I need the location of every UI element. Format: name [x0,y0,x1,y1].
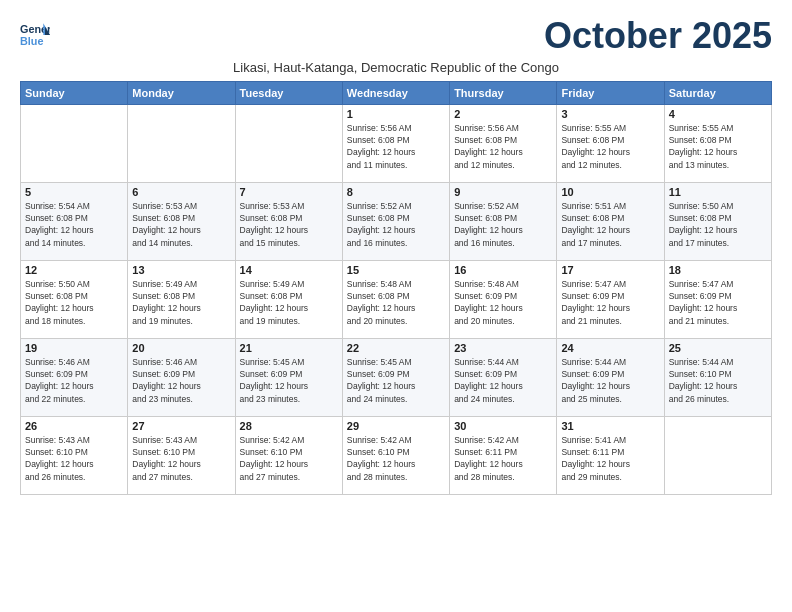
day-detail: Sunrise: 5:53 AM Sunset: 6:08 PM Dayligh… [132,200,230,249]
day-cell: 16Sunrise: 5:48 AM Sunset: 6:09 PM Dayli… [450,260,557,338]
day-detail: Sunrise: 5:49 AM Sunset: 6:08 PM Dayligh… [240,278,338,327]
day-cell: 17Sunrise: 5:47 AM Sunset: 6:09 PM Dayli… [557,260,664,338]
day-cell: 14Sunrise: 5:49 AM Sunset: 6:08 PM Dayli… [235,260,342,338]
col-saturday: Saturday [664,81,771,104]
day-number: 25 [669,342,767,354]
day-cell: 12Sunrise: 5:50 AM Sunset: 6:08 PM Dayli… [21,260,128,338]
day-cell: 24Sunrise: 5:44 AM Sunset: 6:09 PM Dayli… [557,338,664,416]
day-number: 2 [454,108,552,120]
day-number: 28 [240,420,338,432]
day-number: 19 [25,342,123,354]
week-row-2: 5Sunrise: 5:54 AM Sunset: 6:08 PM Daylig… [21,182,772,260]
day-cell [664,416,771,494]
day-number: 10 [561,186,659,198]
day-detail: Sunrise: 5:45 AM Sunset: 6:09 PM Dayligh… [240,356,338,405]
week-row-4: 19Sunrise: 5:46 AM Sunset: 6:09 PM Dayli… [21,338,772,416]
day-cell: 3Sunrise: 5:55 AM Sunset: 6:08 PM Daylig… [557,104,664,182]
col-sunday: Sunday [21,81,128,104]
day-cell: 19Sunrise: 5:46 AM Sunset: 6:09 PM Dayli… [21,338,128,416]
day-number: 20 [132,342,230,354]
day-detail: Sunrise: 5:44 AM Sunset: 6:09 PM Dayligh… [454,356,552,405]
calendar-table: Sunday Monday Tuesday Wednesday Thursday… [20,81,772,495]
col-monday: Monday [128,81,235,104]
day-number: 23 [454,342,552,354]
day-detail: Sunrise: 5:48 AM Sunset: 6:09 PM Dayligh… [454,278,552,327]
day-cell: 7Sunrise: 5:53 AM Sunset: 6:08 PM Daylig… [235,182,342,260]
day-cell: 30Sunrise: 5:42 AM Sunset: 6:11 PM Dayli… [450,416,557,494]
day-number: 12 [25,264,123,276]
day-detail: Sunrise: 5:49 AM Sunset: 6:08 PM Dayligh… [132,278,230,327]
day-detail: Sunrise: 5:44 AM Sunset: 6:10 PM Dayligh… [669,356,767,405]
month-title: October 2025 [544,16,772,56]
day-number: 15 [347,264,445,276]
title-block: October 2025 [544,16,772,56]
day-cell: 13Sunrise: 5:49 AM Sunset: 6:08 PM Dayli… [128,260,235,338]
day-number: 18 [669,264,767,276]
day-detail: Sunrise: 5:43 AM Sunset: 6:10 PM Dayligh… [132,434,230,483]
day-number: 22 [347,342,445,354]
day-detail: Sunrise: 5:42 AM Sunset: 6:10 PM Dayligh… [240,434,338,483]
day-number: 1 [347,108,445,120]
page: General Blue October 2025 Likasi, Haut-K… [0,0,792,612]
day-number: 9 [454,186,552,198]
day-number: 21 [240,342,338,354]
day-cell: 22Sunrise: 5:45 AM Sunset: 6:09 PM Dayli… [342,338,449,416]
day-number: 30 [454,420,552,432]
day-detail: Sunrise: 5:46 AM Sunset: 6:09 PM Dayligh… [132,356,230,405]
day-cell: 26Sunrise: 5:43 AM Sunset: 6:10 PM Dayli… [21,416,128,494]
week-row-5: 26Sunrise: 5:43 AM Sunset: 6:10 PM Dayli… [21,416,772,494]
day-detail: Sunrise: 5:42 AM Sunset: 6:11 PM Dayligh… [454,434,552,483]
day-number: 24 [561,342,659,354]
day-detail: Sunrise: 5:41 AM Sunset: 6:11 PM Dayligh… [561,434,659,483]
day-number: 16 [454,264,552,276]
day-number: 14 [240,264,338,276]
day-number: 13 [132,264,230,276]
day-cell [235,104,342,182]
week-row-1: 1Sunrise: 5:56 AM Sunset: 6:08 PM Daylig… [21,104,772,182]
day-detail: Sunrise: 5:56 AM Sunset: 6:08 PM Dayligh… [347,122,445,171]
day-detail: Sunrise: 5:44 AM Sunset: 6:09 PM Dayligh… [561,356,659,405]
day-cell [128,104,235,182]
week-row-3: 12Sunrise: 5:50 AM Sunset: 6:08 PM Dayli… [21,260,772,338]
day-number: 4 [669,108,767,120]
day-detail: Sunrise: 5:46 AM Sunset: 6:09 PM Dayligh… [25,356,123,405]
day-detail: Sunrise: 5:52 AM Sunset: 6:08 PM Dayligh… [347,200,445,249]
day-cell: 4Sunrise: 5:55 AM Sunset: 6:08 PM Daylig… [664,104,771,182]
day-cell: 29Sunrise: 5:42 AM Sunset: 6:10 PM Dayli… [342,416,449,494]
day-cell: 5Sunrise: 5:54 AM Sunset: 6:08 PM Daylig… [21,182,128,260]
day-detail: Sunrise: 5:50 AM Sunset: 6:08 PM Dayligh… [25,278,123,327]
day-number: 29 [347,420,445,432]
svg-text:Blue: Blue [20,35,43,47]
day-cell: 18Sunrise: 5:47 AM Sunset: 6:09 PM Dayli… [664,260,771,338]
day-cell: 6Sunrise: 5:53 AM Sunset: 6:08 PM Daylig… [128,182,235,260]
day-cell: 10Sunrise: 5:51 AM Sunset: 6:08 PM Dayli… [557,182,664,260]
day-number: 3 [561,108,659,120]
day-cell: 2Sunrise: 5:56 AM Sunset: 6:08 PM Daylig… [450,104,557,182]
col-wednesday: Wednesday [342,81,449,104]
day-detail: Sunrise: 5:42 AM Sunset: 6:10 PM Dayligh… [347,434,445,483]
day-cell: 20Sunrise: 5:46 AM Sunset: 6:09 PM Dayli… [128,338,235,416]
col-tuesday: Tuesday [235,81,342,104]
col-friday: Friday [557,81,664,104]
day-cell: 11Sunrise: 5:50 AM Sunset: 6:08 PM Dayli… [664,182,771,260]
logo-icon: General Blue [20,20,50,50]
day-number: 27 [132,420,230,432]
day-cell: 27Sunrise: 5:43 AM Sunset: 6:10 PM Dayli… [128,416,235,494]
day-detail: Sunrise: 5:47 AM Sunset: 6:09 PM Dayligh… [669,278,767,327]
day-cell: 23Sunrise: 5:44 AM Sunset: 6:09 PM Dayli… [450,338,557,416]
day-cell: 1Sunrise: 5:56 AM Sunset: 6:08 PM Daylig… [342,104,449,182]
day-cell [21,104,128,182]
day-cell: 31Sunrise: 5:41 AM Sunset: 6:11 PM Dayli… [557,416,664,494]
col-thursday: Thursday [450,81,557,104]
day-detail: Sunrise: 5:48 AM Sunset: 6:08 PM Dayligh… [347,278,445,327]
day-number: 26 [25,420,123,432]
day-detail: Sunrise: 5:52 AM Sunset: 6:08 PM Dayligh… [454,200,552,249]
day-cell: 25Sunrise: 5:44 AM Sunset: 6:10 PM Dayli… [664,338,771,416]
day-number: 8 [347,186,445,198]
day-number: 6 [132,186,230,198]
day-number: 5 [25,186,123,198]
day-cell: 8Sunrise: 5:52 AM Sunset: 6:08 PM Daylig… [342,182,449,260]
header-row: Sunday Monday Tuesday Wednesday Thursday… [21,81,772,104]
day-number: 7 [240,186,338,198]
subtitle: Likasi, Haut-Katanga, Democratic Republi… [20,60,772,75]
